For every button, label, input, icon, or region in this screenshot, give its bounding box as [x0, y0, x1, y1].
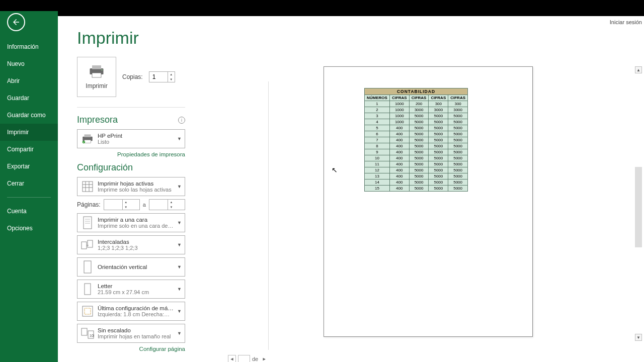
scroll-down-button[interactable]: ▼ [635, 334, 642, 341]
arrow-left-icon [12, 18, 21, 27]
spinner-down-icon[interactable]: ▼ [123, 205, 129, 210]
sidebar-item-export[interactable]: Exportar [0, 158, 58, 175]
print-button-label: Imprimir [86, 82, 107, 89]
sheets-icon [80, 179, 95, 194]
scaling-combo[interactable]: 100 Sin escalado Imprimir hojas en tamañ… [77, 324, 185, 343]
sidebar-item-account[interactable]: Cuenta [0, 203, 58, 220]
combo-line1: Orientación vertical [98, 264, 175, 270]
pages-from-input[interactable] [104, 201, 122, 208]
chevron-down-icon: ▼ [177, 331, 182, 336]
pages-range-row: Páginas: ▲▼ a ▲▼ [77, 199, 185, 210]
sidebar-item-new[interactable]: Nuevo [0, 55, 58, 72]
printer-name: HP ePrint [98, 133, 175, 139]
combo-line2: Imprime solo las hojas activas [98, 187, 175, 193]
svg-rect-18 [88, 240, 93, 247]
svg-rect-17 [82, 242, 87, 249]
spinner-down-icon[interactable]: ▼ [168, 205, 175, 210]
sidebar-item-saveas[interactable]: Guardar como [0, 107, 58, 124]
chevron-down-icon: ▼ [177, 136, 182, 141]
back-button[interactable] [7, 13, 25, 31]
margins-combo[interactable]: Última configuración de má… Izquierda: 1… [77, 302, 185, 321]
svg-point-3 [101, 69, 102, 70]
copies-spinner[interactable]: ▲▼ [149, 71, 175, 82]
sidebar-item-share[interactable]: Compartir [0, 141, 58, 158]
pages-from-spinner[interactable]: ▲▼ [104, 199, 140, 210]
spinner-down-icon[interactable]: ▼ [168, 77, 175, 82]
page-number-input[interactable] [238, 355, 250, 362]
combo-line1: Imprimir hojas activas [98, 180, 175, 187]
svg-rect-21 [83, 306, 93, 316]
scroll-thumb[interactable] [635, 167, 642, 247]
config-section-title: Configuración [77, 162, 185, 173]
page-navigator: ◄ de ► [228, 355, 268, 362]
chevron-down-icon: ▼ [177, 264, 182, 269]
collated-combo[interactable]: Intercaladas 1;2;3 1;2;3 1;2;3 ▼ [77, 235, 185, 254]
backstage-sidebar: Información Nuevo Abrir Guardar Guardar … [0, 11, 58, 362]
chevron-down-icon: ▼ [177, 220, 182, 225]
orientation-combo[interactable]: Orientación vertical ▼ [77, 257, 185, 277]
chevron-down-icon: ▼ [177, 287, 182, 292]
paper-icon [80, 282, 95, 296]
preview-table: CONTABILIDADNÚMEROSCIFRASCIFRASCIFRASCIF… [364, 88, 468, 192]
one-side-icon [80, 216, 95, 230]
paper-combo[interactable]: Letter 21.59 cm x 27.94 cm ▼ [77, 280, 185, 299]
one-side-combo[interactable]: Imprimir a una cara Imprime solo en una … [77, 213, 185, 232]
next-page-button[interactable]: ► [260, 355, 268, 362]
copies-input[interactable] [149, 73, 168, 80]
printer-properties-link[interactable]: Propiedades de impresora [77, 151, 185, 157]
printer-status: Listo [98, 139, 175, 145]
printer-title-text: Impresora [77, 115, 118, 125]
printer-section-title: Impresora i [77, 115, 185, 125]
combo-line1: Sin escalado [98, 327, 175, 333]
print-preview-area: CONTABILIDADNÚMEROSCIFRASCIFRASCIFRASCIF… [209, 16, 644, 362]
svg-rect-1 [92, 65, 101, 69]
pages-to-input[interactable] [149, 201, 168, 208]
config-title-text: Configuración [77, 162, 133, 173]
pages-label: Páginas: [77, 201, 101, 208]
what-to-print-combo[interactable]: Imprimir hojas activas Imprime solo las … [77, 177, 185, 196]
sidebar-item-save[interactable]: Guardar [0, 89, 58, 107]
settings-panel: Imprimir Imprimir Copias: ▲▼ Impresora i… [58, 16, 209, 362]
print-button[interactable]: Imprimir [77, 57, 116, 97]
svg-rect-13 [84, 217, 92, 229]
sidebar-item-open[interactable]: Abrir [0, 72, 58, 89]
svg-rect-20 [85, 284, 91, 295]
spinner-up-icon[interactable]: ▲ [168, 200, 175, 205]
sidebar-item-close[interactable]: Cerrar [0, 175, 58, 192]
svg-rect-6 [85, 140, 91, 143]
printer-icon [88, 64, 106, 78]
pages-to-spinner[interactable]: ▲▼ [149, 199, 185, 210]
combo-line2: Imprime solo en una cara de… [98, 223, 175, 229]
scroll-up-button[interactable]: ▲ [635, 66, 642, 73]
svg-rect-23 [82, 328, 87, 335]
main-area: Imprimir Imprimir Copias: ▲▼ Impresora i… [58, 16, 644, 362]
combo-line1: Intercaladas [98, 239, 175, 245]
divider [77, 107, 185, 108]
combo-line1: Letter [98, 283, 175, 289]
prev-page-button[interactable]: ◄ [228, 355, 236, 362]
printer-device-icon [80, 132, 95, 146]
sidebar-item-print[interactable]: Imprimir [0, 124, 58, 141]
sidebar-separator [7, 197, 51, 198]
spinner-up-icon[interactable]: ▲ [168, 72, 175, 77]
scaling-icon: 100 [80, 326, 95, 340]
spinner-up-icon[interactable]: ▲ [123, 200, 129, 205]
combo-line2: 21.59 cm x 27.94 cm [98, 289, 175, 295]
combo-line2: Imprimir hojas en tamaño real [98, 333, 175, 339]
chevron-down-icon: ▼ [177, 242, 182, 247]
portrait-icon [80, 260, 95, 274]
chevron-down-icon: ▼ [177, 184, 182, 189]
sidebar-item-info[interactable]: Información [0, 38, 58, 55]
printer-combo[interactable]: HP ePrint Listo ▼ [77, 129, 185, 148]
page-setup-link[interactable]: Configurar página [77, 346, 185, 352]
sidebar-item-options[interactable]: Opciones [0, 220, 58, 237]
pages-sep: a [143, 202, 146, 208]
page-of-label: de [252, 356, 258, 362]
margins-icon [80, 304, 95, 318]
svg-rect-8 [83, 182, 93, 192]
combo-line1: Imprimir a una cara [98, 217, 175, 223]
chevron-down-icon: ▼ [177, 309, 182, 314]
info-icon[interactable]: i [178, 117, 185, 124]
svg-text:100: 100 [90, 334, 94, 337]
page-title: Imprimir [77, 28, 199, 48]
